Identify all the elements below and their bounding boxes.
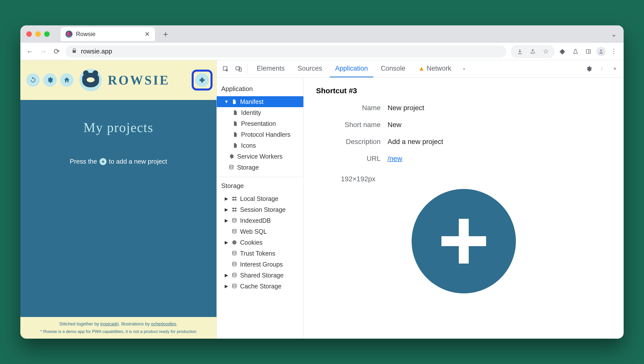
sidebar-item-identity[interactable]: Identity — [217, 107, 304, 118]
devtools-kebab-icon[interactable]: ⋮ — [596, 63, 607, 74]
svg-point-5 — [230, 165, 233, 166]
chevron-right-icon: ▶ — [224, 273, 229, 278]
sidebar-item-session-storage[interactable]: ▶Session Storage — [217, 204, 304, 215]
svg-rect-11 — [234, 208, 236, 209]
profile-avatar-icon[interactable] — [596, 47, 606, 56]
credit-link-2[interactable]: ochedoodles — [151, 321, 176, 326]
sync-icon — [30, 77, 36, 84]
disclaimer-text: * Rowsie is a demo app for PWA capabilit… — [24, 329, 212, 334]
sidebar-item-service-workers[interactable]: Service Workers — [217, 151, 304, 162]
svg-point-20 — [232, 251, 236, 253]
tab-overflow-icon[interactable]: ⌄ — [611, 30, 617, 38]
detail-url-link[interactable]: /new — [388, 155, 402, 162]
device-toolbar-icon[interactable] — [233, 63, 244, 74]
credit-link-1[interactable]: tropicadri — [100, 321, 119, 326]
detail-description: Add a new project — [388, 138, 443, 146]
app-body: My projects Press the to add a new proje… — [20, 100, 216, 317]
omnibox[interactable]: rowsie.app — [66, 46, 506, 57]
sidebar-item-trust-tokens[interactable]: Trust Tokens — [217, 248, 304, 259]
warning-icon: ▲ — [418, 65, 425, 72]
favicon-icon: 🧶 — [66, 31, 72, 38]
kebab-menu-icon[interactable]: ⋮ — [609, 47, 619, 56]
sidebar-item-web-sql[interactable]: Web SQL — [217, 226, 304, 237]
home-button[interactable] — [60, 73, 74, 87]
plus-icon — [100, 158, 106, 165]
extensions-icon[interactable] — [558, 47, 568, 56]
minimize-window-button[interactable] — [35, 31, 41, 37]
toolbar-actions: ☆ ⋮ — [511, 45, 619, 58]
tab-console[interactable]: Console — [376, 60, 411, 77]
labs-icon[interactable] — [570, 47, 580, 56]
close-window-button[interactable] — [26, 31, 32, 37]
forward-button[interactable]: → — [39, 47, 48, 56]
sidebar-item-local-storage[interactable]: ▶Local Storage — [217, 193, 304, 204]
back-button[interactable]: ← — [25, 47, 34, 56]
address-bar: ← → ⟳ rowsie.app ☆ ⋮ — [20, 43, 624, 60]
detail-name: New project — [388, 104, 424, 112]
settings-button[interactable] — [43, 73, 56, 87]
sidebar-item-interest-groups[interactable]: Interest Groups — [217, 259, 304, 270]
sidepanel-icon[interactable] — [584, 47, 593, 56]
home-icon — [63, 77, 70, 84]
sync-button[interactable] — [26, 73, 40, 87]
new-tab-button[interactable]: ＋ — [161, 28, 170, 40]
sidebar-item-cache-storage[interactable]: ▶Cache Storage — [217, 281, 304, 292]
browser-tab[interactable]: 🧶 Rowsie ✕ — [60, 27, 155, 41]
chevron-right-icon: ▶ — [224, 207, 229, 212]
shortcut-icon — [412, 189, 516, 293]
sidebar-item-protocol-handlers[interactable]: Protocol Handlers — [217, 129, 304, 140]
app-footer: Stitched together by tropicadri. Illustr… — [20, 317, 216, 339]
tab-application[interactable]: Application — [330, 60, 374, 77]
close-tab-icon[interactable]: ✕ — [144, 30, 150, 38]
inspect-element-icon[interactable] — [220, 63, 231, 74]
more-tabs-icon[interactable]: » — [459, 63, 470, 74]
chevron-right-icon: ▶ — [224, 240, 229, 245]
add-project-button[interactable] — [192, 70, 212, 91]
svg-rect-6 — [232, 197, 234, 199]
plus-icon — [198, 76, 206, 84]
svg-point-23 — [232, 284, 236, 285]
svg-point-17 — [233, 241, 234, 242]
devtools-close-icon[interactable]: ✕ — [609, 63, 620, 74]
app-header: ROWSIE — [20, 60, 216, 100]
browser-window: 🧶 Rowsie ✕ ＋ ⌄ ← → ⟳ rowsie.app ☆ — [20, 25, 624, 339]
empty-state-hint: Press the to add a new project — [70, 158, 167, 165]
svg-rect-0 — [586, 50, 590, 53]
tab-network[interactable]: ▲ Network — [413, 60, 457, 77]
devtools-pane: Elements Sources Application Console ▲ N… — [216, 60, 624, 339]
svg-rect-10 — [232, 208, 234, 209]
sidebar-item-cookies[interactable]: ▶Cookies — [217, 237, 304, 248]
sidebar-item-indexeddb[interactable]: ▶IndexedDB — [217, 215, 304, 226]
page-actions-pill: ☆ — [511, 45, 554, 58]
chevron-right-icon: ▶ — [224, 218, 229, 223]
share-icon[interactable] — [528, 47, 538, 56]
svg-point-18 — [235, 242, 235, 242]
svg-rect-12 — [232, 210, 234, 212]
reload-button[interactable]: ⟳ — [52, 47, 61, 56]
bookmark-star-icon[interactable]: ☆ — [541, 47, 551, 56]
gear-icon — [46, 77, 54, 84]
devtools-main: Application ▼ Manifest Identity Presenta… — [217, 78, 624, 339]
content-area: ROWSIE My projects Press the to add a ne… — [20, 60, 624, 339]
detail-title: Shortcut #3 — [316, 87, 611, 95]
tab-strip: 🧶 Rowsie ✕ ＋ ⌄ — [20, 25, 624, 43]
install-app-icon[interactable] — [515, 47, 525, 56]
svg-point-22 — [232, 273, 236, 274]
svg-point-14 — [232, 218, 236, 220]
tab-sources[interactable]: Sources — [292, 60, 328, 77]
devtools-sidebar: Application ▼ Manifest Identity Presenta… — [217, 78, 304, 339]
sidebar-item-manifest[interactable]: ▼ Manifest — [217, 96, 304, 107]
tab-elements[interactable]: Elements — [251, 60, 290, 77]
svg-rect-9 — [234, 199, 236, 201]
maximize-window-button[interactable] — [44, 31, 50, 37]
app-pane: ROWSIE My projects Press the to add a ne… — [20, 60, 216, 339]
devtools-settings-icon[interactable] — [584, 63, 594, 74]
sidebar-item-presentation[interactable]: Presentation — [217, 118, 304, 129]
detail-short-name: New — [388, 121, 402, 129]
svg-point-16 — [232, 240, 236, 245]
sidebar-item-icons[interactable]: Icons — [217, 140, 304, 151]
sidebar-item-shared-storage[interactable]: ▶Shared Storage — [217, 270, 304, 281]
sidebar-item-storage[interactable]: Storage — [217, 162, 304, 173]
tab-title: Rowsie — [76, 31, 96, 38]
devtools-detail: Shortcut #3 NameNew project Short nameNe… — [304, 78, 624, 339]
